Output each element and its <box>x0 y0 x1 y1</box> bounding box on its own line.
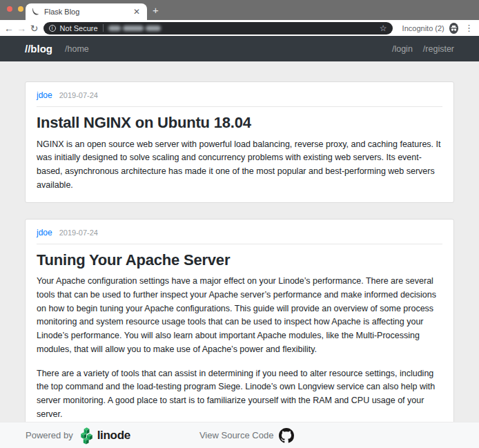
browser-window: Flask Blog ✕ + ← → ↻ i Not Secure ☆ Inco… <box>0 0 479 448</box>
nav-link-register[interactable]: /register <box>423 44 454 54</box>
url-redacted <box>108 26 161 31</box>
close-window-button[interactable] <box>7 6 12 12</box>
post-meta: jdoe 2019-07-24 <box>37 228 442 244</box>
site-navbar: //blog /home /login /register <box>0 36 479 61</box>
posts: jdoe 2019-07-24 Install NGINX on Ubuntu … <box>25 81 454 448</box>
bookmark-star-icon[interactable]: ☆ <box>380 23 387 33</box>
page-background: jdoe 2019-07-24 Install NGINX on Ubuntu … <box>0 61 479 448</box>
incognito-avatar-icon[interactable] <box>449 23 458 34</box>
flask-favicon-icon <box>31 8 39 16</box>
linode-wordmark: linode <box>97 429 130 442</box>
info-icon[interactable]: i <box>49 25 56 32</box>
minimize-window-button[interactable] <box>18 6 23 12</box>
linode-logo[interactable]: linode <box>79 427 130 445</box>
browser-tab[interactable]: Flask Blog ✕ <box>26 3 147 20</box>
browser-tabstrip: Flask Blog ✕ + <box>0 0 479 20</box>
post-date: 2019-07-24 <box>59 228 98 237</box>
linode-cubes-icon <box>79 427 95 445</box>
post-author-link[interactable]: jdoe <box>37 90 52 100</box>
post-author-link[interactable]: jdoe <box>37 228 52 237</box>
not-secure-label: Not Secure <box>60 24 98 32</box>
github-link[interactable] <box>279 428 294 443</box>
address-bar[interactable]: i Not Secure ☆ <box>43 22 393 35</box>
view-source-label: View Source Code <box>199 430 273 440</box>
post-title-link[interactable]: Install NGINX on Ubuntu 18.04 <box>37 113 442 133</box>
nav-link-home[interactable]: /home <box>65 44 89 54</box>
browser-menu-icon[interactable]: ⋮ <box>465 23 473 33</box>
new-tab-icon[interactable]: + <box>153 3 159 17</box>
omnibox-divider <box>103 24 104 32</box>
reload-icon[interactable]: ↻ <box>28 23 40 33</box>
forward-icon: → <box>15 23 28 33</box>
navbar-brand[interactable]: //blog <box>25 43 52 55</box>
post-body: Your Apache configuration settings have … <box>37 275 442 422</box>
post-paragraph: NGINX is an open source web server with … <box>37 138 442 193</box>
post-meta: jdoe 2019-07-24 <box>37 90 442 107</box>
post-card: jdoe 2019-07-24 Tuning Your Apache Serve… <box>25 219 454 432</box>
browser-toolbar: ← → ↻ i Not Secure ☆ Incognito (2) ⋮ <box>0 20 479 36</box>
post-card: jdoe 2019-07-24 Install NGINX on Ubuntu … <box>25 81 454 203</box>
post-date: 2019-07-24 <box>59 91 98 99</box>
github-icon <box>279 428 294 443</box>
tab-title: Flask Blog <box>44 8 132 16</box>
post-paragraph: There are a variety of tools that can as… <box>37 367 442 422</box>
post-body: NGINX is an open source web server with … <box>37 138 442 193</box>
powered-by-label: Powered by <box>26 430 73 440</box>
back-icon[interactable]: ← <box>3 23 15 33</box>
nav-link-login[interactable]: /login <box>392 44 413 54</box>
incognito-label: Incognito (2) <box>402 24 444 32</box>
post-paragraph: Your Apache configuration settings have … <box>37 275 442 357</box>
tab-close-icon[interactable]: ✕ <box>132 7 141 17</box>
site-footer: Powered by linode <box>0 422 479 448</box>
post-title-link[interactable]: Tuning Your Apache Server <box>37 251 442 271</box>
